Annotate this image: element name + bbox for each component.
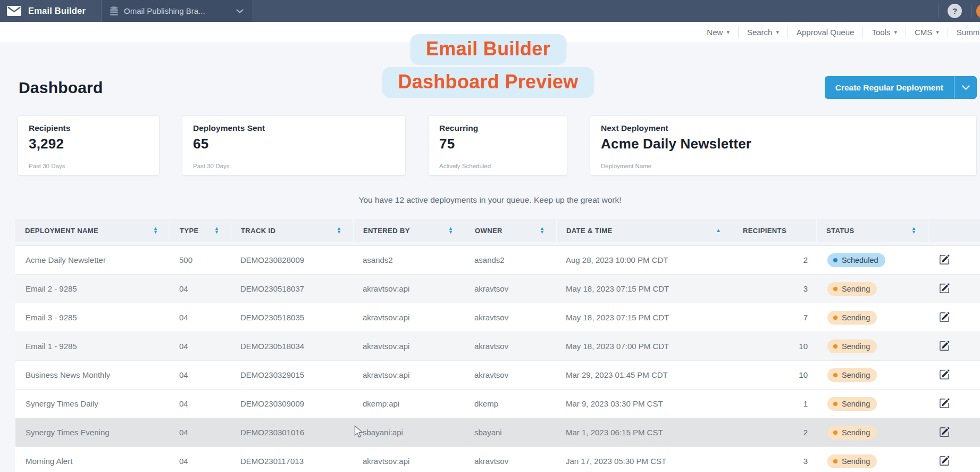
column-header-status[interactable]: STATUS ▲▼ (816, 219, 928, 242)
column-header-track-id[interactable]: TRACK ID ▲▼ (231, 219, 353, 242)
menu-item-summary[interactable]: Summary (948, 27, 980, 38)
cell-actions (928, 397, 980, 410)
status-label: Sending (842, 428, 870, 437)
status-label: Sending (842, 285, 870, 293)
chevron-down-icon: ▾ (726, 29, 730, 35)
column-header-recipients[interactable]: RECIPIENTS (733, 219, 816, 242)
cell-actions (928, 368, 980, 382)
column-header-type[interactable]: TYPE ▲▼ (170, 219, 231, 242)
cell-date-time: Aug 28, 2023 10:00 PM CDT (556, 255, 733, 264)
chevron-down-icon (236, 9, 244, 13)
cell-actions (928, 339, 980, 353)
cell-type: 04 (170, 457, 231, 466)
cell-deployment-name: Email 1 - 9285 (15, 342, 170, 351)
table-row[interactable]: Morning Alert 04 DEMO230117013 akravtsov… (15, 447, 980, 472)
cell-status: Sending (816, 311, 928, 325)
cell-type: 04 (170, 428, 231, 437)
status-dot-icon (833, 430, 837, 435)
menu-label: CMS (915, 28, 932, 37)
menu-item-tools[interactable]: Tools ▾ (862, 27, 906, 38)
create-regular-deployment-button[interactable]: Create Regular Deployment (825, 76, 977, 99)
stat-value: 65 (193, 136, 395, 152)
menu-label: Tools (872, 28, 890, 37)
sort-icon[interactable]: ▲▼ (214, 227, 219, 234)
cell-owner: akravtsov (465, 370, 556, 379)
status-label: Scheduled (842, 256, 878, 264)
stat-value: 75 (439, 136, 556, 152)
cell-status: Sending (816, 282, 928, 296)
edit-deployment-button[interactable] (938, 454, 951, 467)
status-label: Sending (842, 313, 870, 322)
edit-deployment-button[interactable] (938, 282, 951, 295)
sort-icon[interactable]: ▲▼ (911, 227, 916, 234)
stat-caption: Past 30 Days (29, 163, 148, 169)
page-header: Dashboard Create Regular Deployment (19, 76, 977, 99)
cell-deployment-name: Synergy Times Daily (15, 399, 170, 408)
cell-deployment-name: Acme Daily Newsletter (15, 255, 170, 264)
workspace-selector[interactable]: Omail Publishing Bra... (101, 0, 252, 22)
sort-icon[interactable]: ▲▼ (153, 227, 158, 234)
create-button-label[interactable]: Create Regular Deployment (825, 76, 954, 99)
create-button-dropdown[interactable] (954, 76, 977, 99)
column-header-deployment-name[interactable]: DEPLOYMENT NAME ▲▼ (15, 219, 170, 242)
menu-item-new[interactable]: New ▾ (698, 27, 738, 38)
sort-ascending-icon[interactable]: ▲ (716, 228, 721, 233)
status-label: Sending (842, 371, 870, 379)
column-header-date-time[interactable]: DATE & TIME ▲ (556, 219, 733, 242)
cell-type: 04 (170, 370, 231, 379)
column-header-entered-by[interactable]: ENTERED BY ▲▼ (353, 219, 465, 242)
cell-status: Sending (816, 454, 928, 468)
edit-pencil-icon (939, 254, 950, 265)
table-row[interactable]: Email 1 - 9285 04 DEMO230518034 akravtso… (15, 332, 980, 361)
chevron-down-icon: ▾ (894, 29, 897, 35)
table-row[interactable]: Acme Daily Newsletter 500 DEMO230828009 … (15, 246, 980, 275)
table-row[interactable]: Email 2 - 9285 04 DEMO230518037 akravtso… (15, 275, 980, 303)
stat-card-next-deployment: Next Deployment Acme Daily Newsletter De… (590, 115, 977, 176)
cell-deployment-name: Synergy Times Evening (15, 428, 170, 437)
table-row[interactable]: Business News Monthly 04 DEMO230329015 a… (15, 361, 980, 390)
column-header-actions (928, 219, 980, 242)
edit-deployment-button[interactable] (938, 397, 951, 410)
cell-entered-by: sbayani:api (353, 428, 465, 437)
cell-status: Sending (816, 426, 928, 440)
stat-value: 3,292 (29, 136, 148, 152)
menu-item-approval-queue[interactable]: Approval Queue (788, 27, 862, 38)
cell-deployment-name: Morning Alert (15, 457, 170, 466)
table-row[interactable]: Email 3 - 9285 04 DEMO230518035 akravtso… (15, 303, 980, 332)
edit-deployment-button[interactable] (938, 339, 951, 352)
edit-pencil-icon (939, 369, 950, 380)
edit-deployment-button[interactable] (938, 426, 951, 438)
table-header: DEPLOYMENT NAME ▲▼ TYPE ▲▼ TRACK ID ▲▼ E… (15, 219, 980, 242)
stat-card-recipients: Recipients 3,292 Past 30 Days (18, 115, 160, 176)
envelope-icon (7, 6, 21, 16)
edit-deployment-button[interactable] (938, 368, 951, 381)
menu-label: Summary (957, 28, 980, 37)
edit-deployment-button[interactable] (938, 253, 951, 266)
cell-actions (928, 454, 980, 468)
status-dot-icon (833, 258, 837, 262)
edit-pencil-icon (939, 427, 950, 437)
stat-cards: Recipients 3,292 Past 30 Days Deployment… (18, 115, 977, 176)
avatar[interactable] (976, 4, 980, 19)
table-row[interactable]: Synergy Times Evening 04 DEMO230301016 s… (15, 418, 980, 447)
menu-item-search[interactable]: Search ▾ (738, 27, 788, 38)
cell-date-time: Jan 17, 2023 05:30 PM CST (556, 457, 733, 466)
cell-recipients: 10 (733, 342, 816, 351)
divider (938, 4, 939, 18)
cell-owner: akravtsov (465, 284, 556, 293)
stat-caption: Deployment Name (601, 163, 966, 169)
menu-item-cms[interactable]: CMS ▾ (906, 27, 948, 38)
sort-icon[interactable]: ▲▼ (540, 227, 545, 234)
table-row[interactable]: Synergy Times Daily 04 DEMO230309009 dke… (15, 390, 980, 418)
table-body: Acme Daily Newsletter 500 DEMO230828009 … (15, 245, 980, 472)
cell-track-id: DEMO230518034 (231, 342, 353, 351)
sort-icon[interactable]: ▲▼ (448, 227, 453, 234)
column-header-owner[interactable]: OWNER ▲▼ (465, 219, 556, 242)
help-button[interactable]: ? (948, 4, 962, 18)
cell-entered-by: akravtsov:api (353, 342, 465, 351)
edit-pencil-icon (939, 456, 950, 466)
edit-pencil-icon (939, 283, 950, 294)
sort-icon[interactable]: ▲▼ (337, 227, 341, 234)
stat-title: Recipients (29, 123, 148, 133)
edit-deployment-button[interactable] (938, 311, 951, 324)
